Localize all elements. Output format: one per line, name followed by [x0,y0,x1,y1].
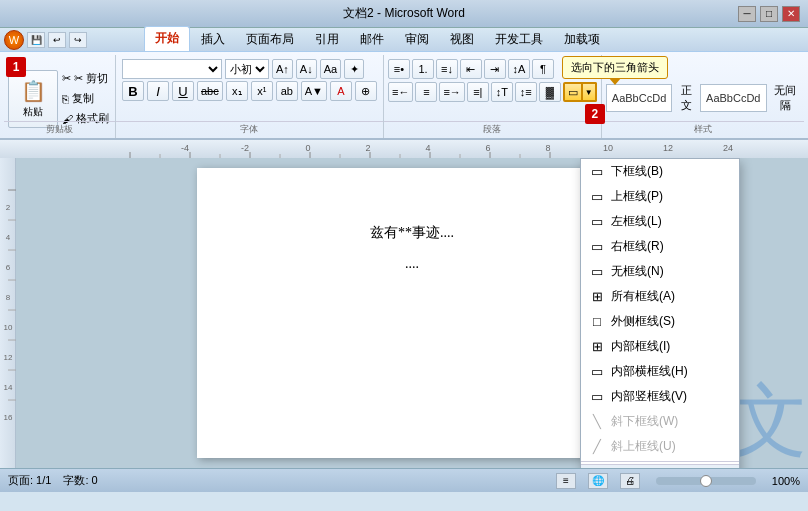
paste-label: 粘贴 [23,105,43,119]
svg-text:4: 4 [425,143,430,153]
close-button[interactable]: ✕ [782,6,800,22]
doc-text-2: .... [257,249,567,280]
doc-content[interactable]: 兹有**事迹.... .... [257,218,567,280]
tab-review[interactable]: 审阅 [395,28,439,51]
style-no-spacing-label: 无间隔 [771,83,800,113]
align-right-button[interactable]: ≡→ [439,82,464,102]
title-bar: 文档2 - Microsoft Word ─ □ ✕ [0,0,808,28]
view-normal-btn[interactable]: ≡ [556,473,576,489]
step-badge-1: 1 [6,57,26,77]
border-dropdown-button[interactable]: ▼ [583,82,597,102]
dropdown-item-borders-shading[interactable]: □ 边框和底纹(O)... 3 [581,464,739,468]
border-outside-icon: □ [589,314,605,329]
border-inside-icon: ⊞ [589,339,605,354]
quick-redo-btn[interactable]: ↪ [69,32,87,48]
more-font-button[interactable]: ⊕ [355,81,377,101]
window-title: 文档2 - Microsoft Word [343,5,465,22]
underline-button[interactable]: U [172,81,194,101]
font-group: 小初 A↑ A↓ Aa ✦ B I U abc x₁ x¹ ab A▼ A ⊕ … [116,55,384,138]
tab-addins[interactable]: 加载项 [554,28,610,51]
multilevel-button[interactable]: ≡↓ [436,59,458,79]
dropdown-item-inside[interactable]: ⊞ 内部框线(I) [581,334,739,359]
svg-text:-2: -2 [241,143,249,153]
dropdown-item-vert[interactable]: ▭ 内部竖框线(V) [581,384,739,409]
dropdown-item-right[interactable]: ▭ 右框线(R) [581,234,739,259]
font-color-button[interactable]: A [330,81,352,101]
sort-button[interactable]: ↕A [508,59,530,79]
shading-button[interactable]: ▓ [539,82,561,102]
left-ruler: 2 4 6 8 10 12 14 16 [0,158,16,468]
tab-start[interactable]: 开始 [144,26,190,51]
tab-page-layout[interactable]: 页面布局 [236,28,304,51]
dropdown-item-left[interactable]: ▭ 左框线(L) [581,209,739,234]
tab-insert[interactable]: 插入 [191,28,235,51]
subscript-button[interactable]: x₁ [226,81,248,101]
show-hide-button[interactable]: ¶ [532,59,554,79]
font-name-select[interactable] [122,59,222,79]
svg-text:8: 8 [545,143,550,153]
dropdown-item-bottom[interactable]: ▭ 下框线(B) [581,159,739,184]
strikethrough-button[interactable]: abc [197,81,223,101]
superscript-button[interactable]: x¹ [251,81,273,101]
border-button[interactable]: ▭ [563,82,583,102]
svg-text:24: 24 [723,143,733,153]
view-print-btn[interactable]: 🖨 [620,473,640,489]
ruler: -4 -2 0 2 4 6 8 10 12 24 [0,140,808,158]
quick-save-btn[interactable]: 💾 [27,32,45,48]
dropdown-item-diag-down[interactable]: ╲ 斜下框线(W) [581,409,739,434]
cut-button[interactable]: ✂ ✂ 剪切 [60,70,111,87]
border-right-icon: ▭ [589,239,605,254]
tab-developer[interactable]: 开发工具 [485,28,553,51]
style-no-spacing-box[interactable]: AaBbCcDd [700,84,767,112]
quick-undo-btn[interactable]: ↩ [48,32,66,48]
text-direction-button[interactable]: ↕T [491,82,513,102]
right-decoration: 文 [728,158,808,468]
status-bar: 页面: 1/1 字数: 0 ≡ 🌐 🖨 100% [0,468,808,492]
clipboard-group: 1 📋 粘贴 ✂ ✂ 剪切 ⎘ 复制 🖌 格式刷 剪贴板 [4,55,116,138]
copy-icon: ⎘ [62,93,69,105]
style-normal-label: 正文 [676,83,696,113]
numbering-button[interactable]: 1. [412,59,434,79]
border-vert-icon: ▭ [589,389,605,404]
font-grow-button[interactable]: A↑ [272,59,293,79]
clear-format-button[interactable]: ✦ [344,59,364,79]
dropdown-item-top[interactable]: ▭ 上框线(P) [581,184,739,209]
svg-text:10: 10 [3,323,12,332]
change-case-button[interactable]: Aa [320,59,341,79]
cut-icon: ✂ [62,72,71,85]
bold-button[interactable]: B [122,81,144,101]
align-center-button[interactable]: ≡ [415,82,437,102]
border-diag-down-icon: ╲ [589,414,605,429]
view-web-btn[interactable]: 🌐 [588,473,608,489]
line-spacing-button[interactable]: ↕≡ [515,82,537,102]
font-row-2: B I U abc x₁ x¹ ab A▼ A ⊕ [122,81,377,101]
text-effect-button[interactable]: ab [276,81,298,101]
copy-button[interactable]: ⎘ 复制 [60,90,111,107]
dropdown-item-none[interactable]: ▭ 无框线(N) [581,259,739,284]
style-normal-box[interactable]: AaBbCcDd [606,84,673,112]
tab-mail[interactable]: 邮件 [350,28,394,51]
italic-button[interactable]: I [147,81,169,101]
increase-indent-button[interactable]: ⇥ [484,59,506,79]
maximize-button[interactable]: □ [760,6,778,22]
font-size-select[interactable]: 小初 [225,59,269,79]
dropdown-item-outside[interactable]: □ 外侧框线(S) [581,309,739,334]
decrease-indent-button[interactable]: ⇤ [460,59,482,79]
bullets-button[interactable]: ≡• [388,59,410,79]
paste-button[interactable]: 📋 粘贴 [8,70,58,128]
dropdown-item-all[interactable]: ⊞ 所有框线(A) [581,284,739,309]
minimize-button[interactable]: ─ [738,6,756,22]
office-button[interactable]: W [4,30,24,50]
dropdown-item-diag-up[interactable]: ╱ 斜上框线(U) [581,434,739,459]
dropdown-item-horiz[interactable]: ▭ 内部横框线(H) [581,359,739,384]
font-shrink-button[interactable]: A↓ [296,59,317,79]
zoom-slider[interactable] [656,477,756,485]
tab-view[interactable]: 视图 [440,28,484,51]
tab-references[interactable]: 引用 [305,28,349,51]
align-left-button[interactable]: ≡← [388,82,413,102]
paragraph-label: 段落 [384,121,601,136]
svg-text:2: 2 [5,203,10,212]
highlight-button[interactable]: A▼ [301,81,327,101]
border-horiz-icon: ▭ [589,364,605,379]
justify-button[interactable]: ≡| [467,82,489,102]
